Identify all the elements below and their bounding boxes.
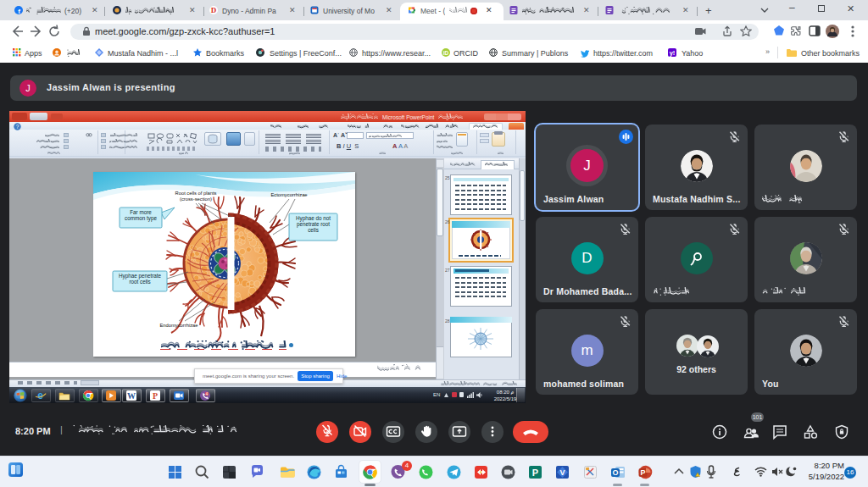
svg-text:Ectomycorrhizae: Ectomycorrhizae [270,192,307,197]
svg-text:(cross-section): (cross-section) [180,196,212,202]
svg-text:D: D [211,6,217,14]
svg-text:O: O [612,468,618,477]
svg-text:P: P [640,468,645,477]
svg-text:W: W [127,391,136,401]
svg-text:Root cells of plants: Root cells of plants [175,191,217,196]
svg-text:V: V [559,468,565,477]
svg-text:P: P [153,391,158,401]
svg-text:y!: y! [670,49,676,57]
svg-text:Far more: Far more [130,209,152,215]
svg-text:f: f [18,8,20,14]
svg-text:Endomycorrhizae: Endomycorrhizae [159,323,198,328]
svg-text:?: ? [16,124,19,130]
svg-text:root cells: root cells [129,279,150,285]
svg-text:common type: common type [125,215,157,222]
svg-text:iD: iD [443,50,449,56]
svg-text:e: e [37,390,43,401]
svg-text:P: P [532,468,538,478]
svg-text:cells: cells [308,227,319,233]
